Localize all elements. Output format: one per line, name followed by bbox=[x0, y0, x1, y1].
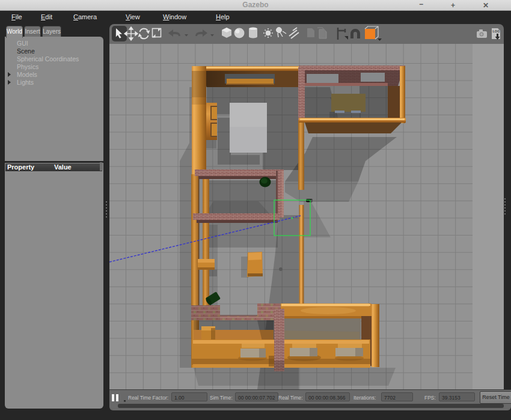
svg-text:LOG: LOG bbox=[493, 29, 500, 33]
